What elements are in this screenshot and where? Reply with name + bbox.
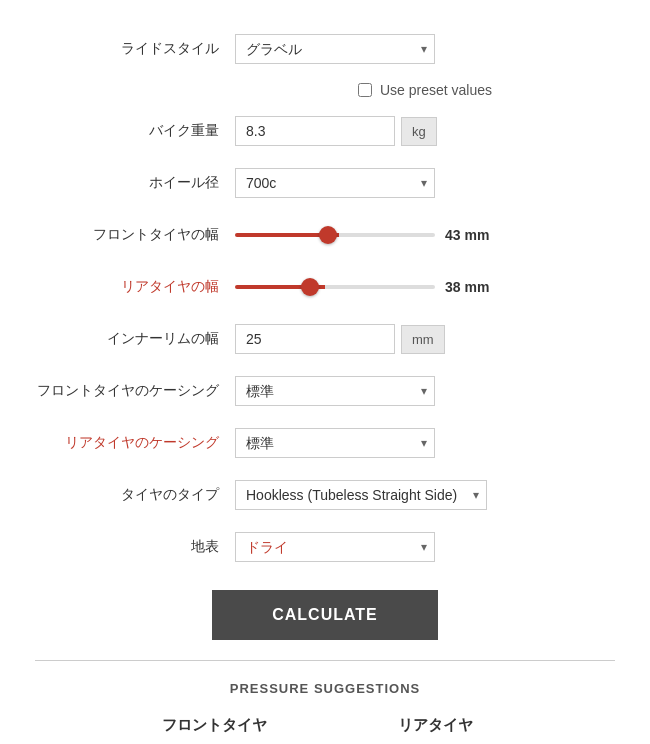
wheel-size-row: ホイール径 700c 650b 26" 29" bbox=[35, 164, 615, 202]
inner-rim-input-group: mm bbox=[235, 324, 445, 354]
divider bbox=[35, 660, 615, 661]
front-pressure-item: フロントタイヤ 1.96 bar bbox=[133, 716, 295, 744]
preset-checkbox[interactable] bbox=[358, 83, 372, 97]
pressure-section-title: PRESSURE SUGGESTIONS bbox=[35, 681, 615, 696]
front-casing-control: 標準 ライト デュラブル bbox=[235, 376, 615, 406]
rear-tire-row: リアタイヤの幅 38 mm bbox=[35, 268, 615, 306]
inner-rim-input[interactable] bbox=[235, 324, 395, 354]
front-casing-row: フロントタイヤのケーシング 標準 ライト デュラブル bbox=[35, 372, 615, 410]
surface-row: 地表 ドライ ウェット bbox=[35, 528, 615, 566]
tire-type-control: Hookless (Tubeless Straight Side) Clinch… bbox=[235, 480, 615, 510]
bike-weight-row: バイク重量 kg bbox=[35, 112, 615, 150]
rear-tire-slider-container: 38 mm bbox=[235, 279, 615, 295]
ride-style-row: ライドスタイル グラベル ロード MTB シティ bbox=[35, 30, 615, 68]
pressure-results: フロントタイヤ 1.96 bar リアタイヤ 2.47 bar bbox=[35, 716, 615, 744]
front-tire-row: フロントタイヤの幅 43 mm bbox=[35, 216, 615, 254]
front-casing-select[interactable]: 標準 ライト デュラブル bbox=[235, 376, 435, 406]
wheel-size-select[interactable]: 700c 650b 26" 29" bbox=[235, 168, 435, 198]
surface-control: ドライ ウェット bbox=[235, 532, 615, 562]
calculate-button-container: CALCULATE bbox=[35, 590, 615, 640]
tire-type-row: タイヤのタイプ Hookless (Tubeless Straight Side… bbox=[35, 476, 615, 514]
bike-weight-label: バイク重量 bbox=[35, 122, 235, 140]
rear-tire-label: リアタイヤの幅 bbox=[35, 278, 235, 296]
front-pressure-label: フロントタイヤ bbox=[162, 716, 267, 735]
preset-label[interactable]: Use preset values bbox=[380, 82, 492, 98]
tire-type-select-wrapper[interactable]: Hookless (Tubeless Straight Side) Clinch… bbox=[235, 480, 487, 510]
inner-rim-unit: mm bbox=[401, 325, 445, 354]
inner-rim-label: インナーリムの幅 bbox=[35, 330, 235, 348]
bike-weight-unit: kg bbox=[401, 117, 437, 146]
wheel-size-select-wrapper[interactable]: 700c 650b 26" 29" bbox=[235, 168, 435, 198]
rear-tire-value: 38 mm bbox=[445, 279, 500, 295]
rear-pressure-label: リアタイヤ bbox=[398, 716, 473, 735]
bike-weight-input[interactable] bbox=[235, 116, 395, 146]
front-tire-value: 43 mm bbox=[445, 227, 500, 243]
rear-casing-row: リアタイヤのケーシング 標準 ライト デュラブル bbox=[35, 424, 615, 462]
tire-type-label: タイヤのタイプ bbox=[35, 486, 235, 504]
surface-select-wrapper[interactable]: ドライ ウェット bbox=[235, 532, 435, 562]
rear-casing-select[interactable]: 標準 ライト デュラブル bbox=[235, 428, 435, 458]
front-casing-select-wrapper[interactable]: 標準 ライト デュラブル bbox=[235, 376, 435, 406]
rear-tire-slider[interactable] bbox=[235, 285, 435, 289]
rear-pressure-item: リアタイヤ 2.47 bar bbox=[355, 716, 517, 744]
preset-row: Use preset values bbox=[35, 82, 615, 98]
rear-casing-label: リアタイヤのケーシング bbox=[35, 434, 235, 452]
inner-rim-row: インナーリムの幅 mm bbox=[35, 320, 615, 358]
ride-style-select[interactable]: グラベル ロード MTB シティ bbox=[235, 34, 435, 64]
ride-style-label: ライドスタイル bbox=[35, 40, 235, 58]
front-tire-label: フロントタイヤの幅 bbox=[35, 226, 235, 244]
rear-casing-select-wrapper[interactable]: 標準 ライト デュラブル bbox=[235, 428, 435, 458]
surface-select[interactable]: ドライ ウェット bbox=[235, 532, 435, 562]
surface-label: 地表 bbox=[35, 538, 235, 556]
rear-tire-control: 38 mm bbox=[235, 279, 615, 295]
ride-style-control: グラベル ロード MTB シティ bbox=[235, 34, 615, 64]
front-tire-control: 43 mm bbox=[235, 227, 615, 243]
calculate-button[interactable]: CALCULATE bbox=[212, 590, 438, 640]
inner-rim-control: mm bbox=[235, 324, 615, 354]
rear-casing-control: 標準 ライト デュラブル bbox=[235, 428, 615, 458]
pressure-section: PRESSURE SUGGESTIONS フロントタイヤ 1.96 bar リア… bbox=[35, 681, 615, 744]
wheel-size-control: 700c 650b 26" 29" bbox=[235, 168, 615, 198]
ride-style-select-wrapper[interactable]: グラベル ロード MTB シティ bbox=[235, 34, 435, 64]
front-tire-slider[interactable] bbox=[235, 233, 435, 237]
bike-weight-input-group: kg bbox=[235, 116, 437, 146]
front-tire-slider-container: 43 mm bbox=[235, 227, 615, 243]
bike-weight-control: kg bbox=[235, 116, 615, 146]
tire-type-select[interactable]: Hookless (Tubeless Straight Side) Clinch… bbox=[235, 480, 487, 510]
front-casing-label: フロントタイヤのケーシング bbox=[35, 382, 235, 400]
wheel-size-label: ホイール径 bbox=[35, 174, 235, 192]
main-form: ライドスタイル グラベル ロード MTB シティ Use preset valu… bbox=[15, 20, 635, 744]
